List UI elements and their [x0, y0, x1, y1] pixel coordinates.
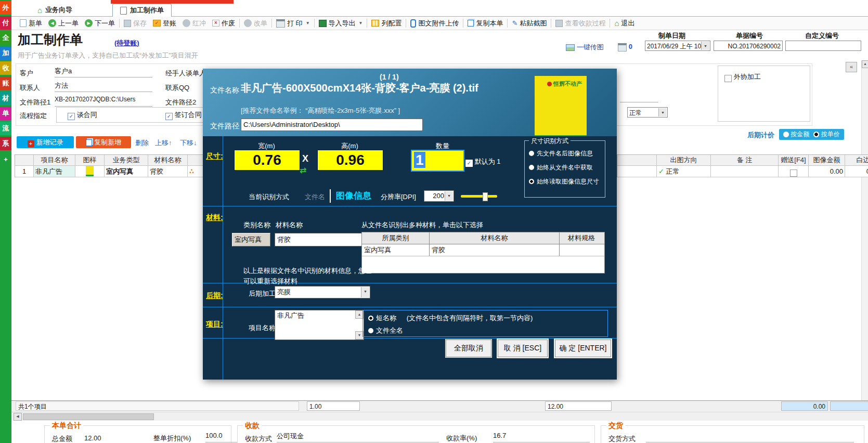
col-图样[interactable]: 图样 — [75, 155, 105, 166]
file-path-input[interactable]: C:\Users\Administrator\Desktop\ — [241, 119, 423, 131]
col-出图方向[interactable]: 出图方向 — [657, 155, 711, 166]
import-export-button[interactable]: 导入导出▼ — [316, 19, 366, 28]
sidebar-item-cai[interactable]: 材 — [0, 92, 11, 105]
status-dropdown-icon[interactable]: ▼ — [658, 108, 667, 116]
dpi-slider[interactable] — [461, 195, 497, 198]
pay-method-field[interactable]: 公司现金 — [277, 432, 439, 442]
exit-button[interactable]: ⌂退出 — [611, 19, 638, 28]
swap-dimensions-icon[interactable]: ⇄ — [300, 165, 306, 175]
contract-check[interactable]: ✓ 谈合同 — [68, 110, 97, 120]
horizontal-scrollbar[interactable]: ◀ — [11, 412, 868, 421]
customer-field[interactable]: 客户a — [55, 67, 152, 77]
save-button[interactable]: 保存 — [121, 19, 150, 28]
order-number-field[interactable]: NO.201706290002 — [714, 41, 783, 51]
cancel-all-button[interactable]: 全部取消 — [445, 339, 492, 358]
project-name-input[interactable]: 非凡广告 ▲ ▼ — [275, 310, 364, 340]
sidebar-item-zhang[interactable]: 账 — [0, 76, 11, 90]
material-name-field[interactable]: 背胶 ··· — [275, 233, 370, 246]
dpi-combo[interactable]: 200 ▼ — [424, 190, 454, 202]
height-input[interactable]: 0.96 — [317, 150, 383, 171]
scroll-up-icon[interactable]: ▲ — [862, 60, 868, 68]
mode-radio-2[interactable]: 始终从文件名中获取 — [529, 163, 605, 172]
cancel-button[interactable]: 取 消 [ESC] — [497, 339, 548, 358]
table-row[interactable]: 1 非凡广告 室内写真 背胶 ∴ — [15, 166, 204, 177]
qty-input[interactable]: 1 — [411, 150, 464, 172]
move-down-link[interactable]: 下移↓ — [180, 138, 197, 148]
modify-order-button[interactable]: 改单 — [241, 19, 270, 28]
full-name-radio[interactable]: 文件全名 — [368, 326, 607, 335]
sign-contract-check[interactable]: ✓ 签订合同 — [165, 110, 202, 120]
mode-from-filename[interactable]: 文件名 — [305, 192, 325, 202]
col-材料名称[interactable]: 材料名称 — [430, 232, 560, 244]
delivery-method-field[interactable] — [646, 432, 854, 442]
status-badge[interactable]: (待登账) — [114, 38, 139, 48]
contact-field[interactable]: 方法 — [55, 81, 152, 92]
width-input[interactable]: 0.76 — [234, 150, 300, 171]
ok-button[interactable]: 确 定 [ENTER] — [554, 339, 612, 358]
sidebar-item-liu[interactable]: 流 — [0, 122, 11, 135]
post-account-button[interactable]: ✓登账 — [150, 19, 179, 28]
table-row[interactable]: ✓ 正常 ✓ 0.00 0.00 — [617, 166, 868, 177]
mode-radio-1[interactable]: 先文件名后图像信息 — [529, 149, 605, 158]
sidebar-item-fu[interactable]: 付 — [0, 16, 11, 30]
col-业务类型[interactable]: 业务类型 — [105, 155, 148, 166]
col-材料规格[interactable]: 材料规格 — [560, 232, 603, 244]
new-order-button[interactable]: 新单 — [17, 19, 45, 28]
delete-link[interactable]: 删除 — [135, 138, 149, 148]
post-dropdown-icon[interactable]: ▼ — [361, 287, 369, 297]
custom-number-field[interactable] — [785, 41, 861, 51]
column-config-button[interactable]: 列配置 — [368, 19, 405, 28]
col-白边[interactable]: 白边 — [845, 155, 868, 166]
date-dropdown-icon[interactable]: ▼ — [701, 42, 709, 50]
col-项目名称[interactable]: 项目名称 — [34, 155, 75, 166]
vertical-scrollbar[interactable]: ▲ — [861, 60, 868, 401]
status-combo[interactable]: 正常 ▼ — [627, 107, 668, 118]
mode-from-image[interactable]: 图像信息 — [336, 190, 371, 202]
print-button[interactable]: 打 印▼ — [273, 19, 313, 28]
next-order-button[interactable]: ▶下一单 — [82, 19, 118, 28]
col-所属类别[interactable]: 所属类别 — [362, 232, 430, 244]
default-qty-check[interactable]: ✓ 默认为 1 — [465, 157, 500, 167]
move-up-link[interactable]: 上移↑ — [155, 138, 172, 148]
tab-business-wizard[interactable]: ⌂业务向导 — [30, 4, 80, 16]
thumbnail-cell[interactable] — [75, 166, 105, 177]
pay-rate-field[interactable]: 16.7 — [493, 432, 590, 442]
outsource-check[interactable]: ✓ 外协加工 — [724, 72, 810, 82]
sidebar-item-quan[interactable]: 全 — [0, 31, 11, 45]
send-image-link[interactable]: 一键传图 — [566, 43, 604, 52]
copy-order-button[interactable]: 复制本单 — [464, 19, 506, 28]
material-table-row[interactable]: 室内写真 背胶 — [362, 244, 604, 256]
tab-processing-order[interactable]: 加工制作单 — [112, 4, 172, 17]
short-name-radio[interactable]: 短名称 (文件名中包含有间隔符时，取第一节内容) — [368, 314, 607, 323]
scrollbar-thumb[interactable] — [23, 413, 154, 420]
attachment-upload-button[interactable]: 图文附件上传 — [407, 19, 462, 28]
sidebar-item-xi[interactable]: 系 — [0, 137, 11, 150]
post-combo[interactable]: 亮膜 ▼ — [275, 286, 370, 298]
sidebar-item-plus[interactable]: + — [0, 153, 11, 166]
add-record-button[interactable]: +新增记录 — [17, 136, 74, 148]
col-备注[interactable]: 备 注 — [711, 155, 779, 166]
view-payment-process-button[interactable]: 查看收款过程 — [552, 19, 608, 28]
collapse-button[interactable]: « — [846, 62, 857, 72]
dpi-dropdown-icon[interactable]: ▼ — [445, 191, 453, 201]
price-by-unit-radio[interactable]: 按单价 — [813, 130, 839, 139]
col-图像金额[interactable]: 图像金额 — [809, 155, 845, 166]
col-赠送[interactable]: 赠送[F4] — [779, 155, 809, 166]
price-by-amount-radio[interactable]: 按金额 — [783, 130, 809, 139]
scroll-left-icon[interactable]: ◀ — [14, 413, 22, 421]
prev-order-button[interactable]: ◀上一单 — [45, 19, 82, 28]
gift-cell[interactable]: ✓ — [779, 166, 809, 177]
mode-radio-3[interactable]: 始终读取图像信息尺寸 — [529, 177, 605, 186]
paste-screenshot-button[interactable]: ✎粘贴截图 — [509, 19, 550, 28]
print-count[interactable]: 0 — [618, 43, 632, 51]
col-材料名称[interactable]: 材料名称 — [148, 155, 188, 166]
copy-add-button[interactable]: 复制新增 — [76, 136, 131, 148]
sidebar-item-dan[interactable]: 单 — [0, 107, 11, 120]
slider-handle[interactable] — [483, 192, 488, 201]
file-path1-field[interactable]: XB-20170207JQDB:C:\Users — [55, 96, 152, 107]
void-button[interactable]: ×作废 — [209, 19, 238, 28]
sidebar-item-shou[interactable]: 收 — [0, 61, 11, 75]
date-field[interactable]: 2017/06/29 上午 10:5 ▼ — [645, 41, 710, 51]
red-reverse-button[interactable]: 红冲 — [179, 19, 209, 28]
sidebar-item-jia[interactable]: 加 — [0, 46, 11, 60]
